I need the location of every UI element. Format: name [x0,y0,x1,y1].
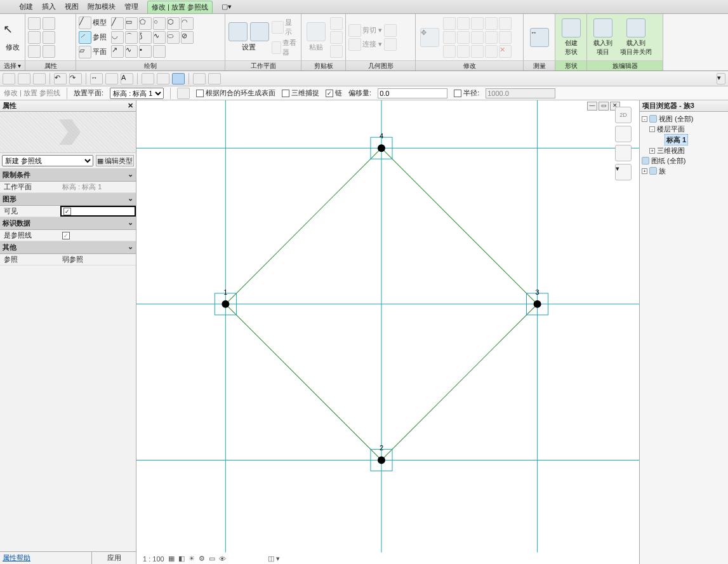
vc-sun-icon[interactable]: ☀ [189,554,195,563]
load-project-button[interactable]: 载入到 项目 [590,18,616,57]
draw-spline[interactable]: ∿ [153,31,166,44]
offset-input[interactable] [378,88,447,98]
ref-tool[interactable]: ⟋ [79,31,91,44]
qat-text[interactable]: A [121,73,133,84]
section-graphics[interactable]: 图形⌄ [0,193,136,206]
tree-3dviews[interactable]: +三维视图 [642,145,726,156]
vc-hide-icon[interactable]: 👁 [219,555,226,563]
draw-fillet[interactable]: ⟆ [139,31,152,44]
draw-rect[interactable]: ▭ [125,17,138,30]
draw-pick[interactable]: ↗ [111,45,124,58]
prop-btn-2[interactable] [28,31,41,44]
modify-tool-button[interactable]: ↖修改 [3,22,22,52]
join-btn [348,38,361,51]
draw-ellipse[interactable]: ⬭ [167,31,180,44]
menu-addins[interactable]: 附加模块 [88,2,116,11]
qat-section[interactable] [157,73,169,84]
draw-poly[interactable]: ⬠ [139,17,152,30]
draw-half[interactable]: ⊘ [181,31,194,44]
properties-close-icon[interactable]: ✕ [128,102,133,110]
draw-arc3[interactable]: ⌒ [125,31,138,44]
qat-open[interactable] [3,73,15,84]
draw-18[interactable] [153,45,166,58]
tree-families[interactable]: +族 [642,166,726,176]
prop-btn-5[interactable] [43,31,55,44]
vc-shadow-icon[interactable]: ⚙ [199,554,205,563]
ribbon-group-clipboard: 粘贴 剪贴板 [301,14,346,70]
mod-4 [485,17,498,30]
nav-expand-icon[interactable]: ▾ [615,164,632,180]
row-ref[interactable]: 参照弱参照 [0,254,136,265]
tree-level1[interactable]: 标高 1 [642,134,726,145]
copy-small [330,31,343,44]
3dsnap-checkbox[interactable]: 三维捕捉 [282,88,319,98]
draw-arc2[interactable]: ◡ [111,31,124,44]
properties-help-link[interactable]: 属性帮助 [0,552,91,564]
scale-label[interactable]: 1 : 100 [143,555,164,563]
draw-cpoly[interactable]: ⬡ [167,17,180,30]
menu-create[interactable]: 创建 [19,2,33,11]
menu-manage[interactable]: 管理 [124,2,138,11]
drawing-canvas[interactable]: — ▭ ✕ [136,100,639,564]
svg-line-6 [381,148,538,304]
view-control-bar[interactable]: 1 : 100 ▦ ◧ ☀ ⚙ ▭ 👁 ◫ ▾ [143,554,280,563]
mod-13 [471,45,484,58]
tree-views[interactable]: -视图 (全部) [642,114,726,124]
load-close-button[interactable]: 载入到 项目并关闭 [618,18,654,57]
tree-floorplans[interactable]: -楼层平面 [642,124,726,134]
section-other[interactable]: 其他⌄ [0,241,136,254]
edit-type-button[interactable]: ▦编辑类型 [96,155,134,166]
qat-save[interactable] [18,73,30,84]
nav-wheel-icon[interactable] [615,145,632,161]
draw-circle[interactable]: ○ [153,17,166,30]
sheets-icon [642,157,649,164]
place-plane-select[interactable]: 标高 : 标高 1 [110,88,164,99]
prop-btn-4[interactable] [43,17,55,30]
loop-checkbox[interactable]: 根据闭合的环生成表面 [196,88,275,98]
vc-style-icon[interactable]: ◧ [178,554,185,563]
menu-modify-tab[interactable]: 修改 | 放置 参照线 [147,1,213,13]
vc-detail-icon[interactable]: ▦ [168,554,175,563]
draw-spline2[interactable]: ∿ [125,45,138,58]
qat-close[interactable] [193,73,206,84]
chain-checkbox[interactable]: ✓链 [326,88,342,98]
qat-3d[interactable] [142,73,154,84]
qat-cube[interactable] [33,73,46,84]
line-tool[interactable]: ╱ [79,17,91,29]
radius-checkbox[interactable]: 半径: [454,88,479,98]
menu-more-icon[interactable]: ▢▾ [222,3,232,11]
prop-btn-1[interactable] [28,17,41,30]
nav-home-icon[interactable] [615,126,632,142]
wp-set-button[interactable] [249,22,270,41]
prop-btn-3[interactable] [28,45,41,58]
qat-dim[interactable]: ↔ [90,73,103,84]
section-constraints[interactable]: 限制条件⌄ [0,169,136,182]
qat-switch[interactable] [208,73,221,84]
viewcube-2d[interactable]: 2D [615,107,632,123]
plane-tool[interactable]: ▱ [79,46,91,58]
measure-button[interactable]: ↔ [526,28,552,47]
create-shape-button[interactable]: 创建 形状 [558,18,584,57]
wp-show-button[interactable] [228,22,248,41]
row-visible[interactable]: 可见✓ [0,206,136,217]
workplane-icon-btn[interactable] [177,88,190,99]
load-icon [593,18,612,37]
qat-align[interactable] [105,73,118,84]
type-selector[interactable]: 新建 参照线 [2,155,93,166]
prop-btn-6[interactable] [43,45,55,58]
qat-drop[interactable]: ▾ [717,73,725,84]
draw-line[interactable]: ╱ [111,17,124,30]
qat-undo[interactable]: ↶ [54,73,67,84]
draw-point[interactable]: • [139,45,152,58]
draw-arc1[interactable]: ◠ [181,17,194,30]
vc-crop-icon[interactable]: ▭ [209,554,215,563]
qat-redo[interactable]: ↷ [69,73,82,84]
qat-thin[interactable] [172,73,185,84]
menu-insert[interactable]: 插入 [42,2,56,11]
vc-extra-icon[interactable]: ◫ ▾ [268,554,280,563]
menu-view[interactable]: 视图 [65,2,79,11]
viewer-btn[interactable] [272,41,281,54]
tree-sheets[interactable]: 图纸 (全部) [642,156,726,166]
section-identity[interactable]: 标识数据⌄ [0,217,136,230]
apply-button[interactable]: 应用 [91,552,136,564]
